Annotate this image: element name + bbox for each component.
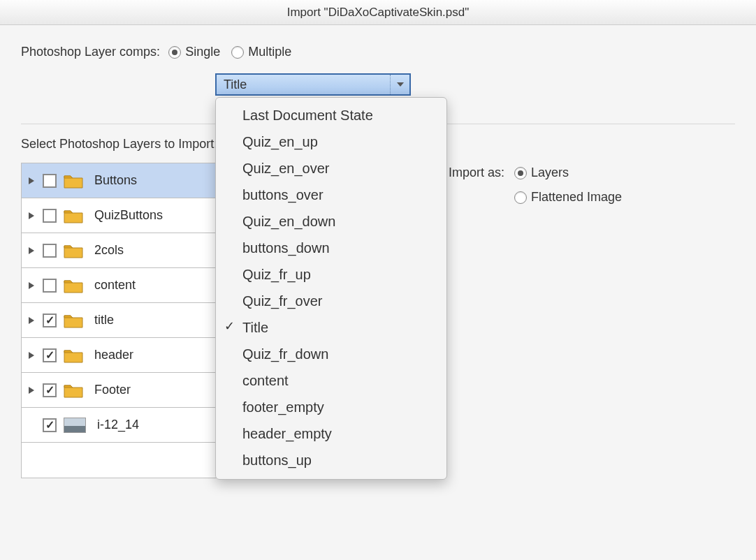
- expander-icon[interactable]: [27, 282, 36, 289]
- expander-icon[interactable]: [27, 247, 36, 254]
- folder-icon: [64, 278, 83, 293]
- radio-flattened-label: Flattened Image: [531, 190, 622, 205]
- folder-icon: [64, 348, 83, 363]
- dialog-content: Photoshop Layer comps: Single Multiple T…: [0, 25, 756, 478]
- expander-icon[interactable]: [27, 177, 36, 184]
- layer-comps-mode-group: Single Multiple: [168, 45, 291, 59]
- radio-multiple-label: Multiple: [248, 45, 291, 59]
- layer-comp-dropdown-value: Title: [224, 78, 247, 92]
- dropdown-option[interactable]: header_empty: [216, 420, 446, 447]
- layer-name: content: [94, 278, 136, 293]
- dropdown-option[interactable]: Quiz_fr_over: [216, 288, 446, 314]
- radio-single[interactable]: Single: [168, 45, 220, 59]
- layer-comps-label: Photoshop Layer comps:: [21, 45, 160, 59]
- layer-comp-dropdown-row: Title Last Document StateQuiz_en_upQuiz_…: [215, 73, 735, 96]
- radio-layers-indicator: [514, 167, 527, 179]
- layer-name: Footer: [94, 383, 131, 397]
- radio-layers[interactable]: Layers: [514, 165, 622, 180]
- layer-checkbox[interactable]: [43, 348, 57, 362]
- import-as-radio-group: Layers Flattened Image: [514, 165, 622, 205]
- import-as-group: Import as: Layers Flattened Image: [449, 165, 622, 205]
- expander-icon[interactable]: [27, 352, 36, 359]
- dropdown-option[interactable]: Quiz_fr_up: [216, 261, 446, 288]
- layer-comps-row: Photoshop Layer comps: Single Multiple: [21, 45, 735, 59]
- radio-multiple-indicator: [231, 46, 244, 59]
- dropdown-option[interactable]: buttons_up: [216, 447, 446, 473]
- dropdown-option[interactable]: Title: [216, 314, 446, 341]
- radio-single-label: Single: [185, 45, 220, 59]
- layer-checkbox[interactable]: [43, 314, 57, 327]
- dropdown-option[interactable]: Quiz_fr_down: [216, 341, 446, 367]
- layer-checkbox[interactable]: [43, 418, 57, 432]
- dropdown-option[interactable]: buttons_over: [216, 182, 446, 208]
- import-as-label: Import as:: [449, 165, 504, 180]
- layer-name: QuizButtons: [94, 208, 163, 223]
- folder-icon: [64, 383, 83, 398]
- layer-name: 2cols: [94, 243, 124, 258]
- chevron-down-icon: [390, 75, 409, 94]
- layer-checkbox[interactable]: [43, 279, 57, 293]
- layer-thumbnail: [64, 418, 86, 433]
- layer-name: title: [94, 313, 114, 327]
- dropdown-option[interactable]: Quiz_en_up: [216, 128, 446, 155]
- layer-comp-dropdown-list[interactable]: Last Document StateQuiz_en_upQuiz_en_ove…: [215, 97, 447, 480]
- folder-icon: [64, 173, 83, 189]
- dropdown-option[interactable]: footer_empty: [216, 394, 446, 420]
- expander-icon[interactable]: [27, 317, 36, 324]
- radio-layers-label: Layers: [531, 165, 569, 180]
- dropdown-option[interactable]: Last Document State: [216, 102, 446, 128]
- folder-icon: [64, 208, 83, 223]
- layer-checkbox[interactable]: [43, 244, 57, 258]
- dropdown-option[interactable]: content: [216, 367, 446, 394]
- layer-name: Buttons: [94, 173, 137, 188]
- dropdown-option[interactable]: Quiz_en_over: [216, 155, 446, 182]
- window-title: Import "DiDaXoCaptivateSkin.psd": [287, 6, 470, 20]
- layer-checkbox[interactable]: [43, 383, 57, 397]
- layer-checkbox[interactable]: [43, 174, 57, 188]
- dropdown-option[interactable]: Quiz_en_down: [216, 208, 446, 235]
- layer-comp-dropdown[interactable]: Title Last Document StateQuiz_en_upQuiz_…: [215, 73, 411, 96]
- expander-icon[interactable]: [27, 387, 36, 394]
- radio-single-indicator: [168, 46, 181, 59]
- layer-name: header: [94, 348, 133, 362]
- expander-icon[interactable]: [27, 212, 36, 219]
- dropdown-option[interactable]: buttons_down: [216, 235, 446, 261]
- layer-name: i-12_14: [97, 418, 139, 432]
- layer-checkbox[interactable]: [43, 209, 57, 223]
- folder-icon: [64, 313, 83, 328]
- radio-multiple[interactable]: Multiple: [231, 45, 291, 59]
- radio-flattened[interactable]: Flattened Image: [514, 190, 622, 205]
- import-dialog: Import "DiDaXoCaptivateSkin.psd" Photosh…: [0, 0, 756, 560]
- radio-flattened-indicator: [514, 191, 527, 204]
- window-titlebar: Import "DiDaXoCaptivateSkin.psd": [0, 0, 756, 25]
- folder-icon: [64, 243, 83, 258]
